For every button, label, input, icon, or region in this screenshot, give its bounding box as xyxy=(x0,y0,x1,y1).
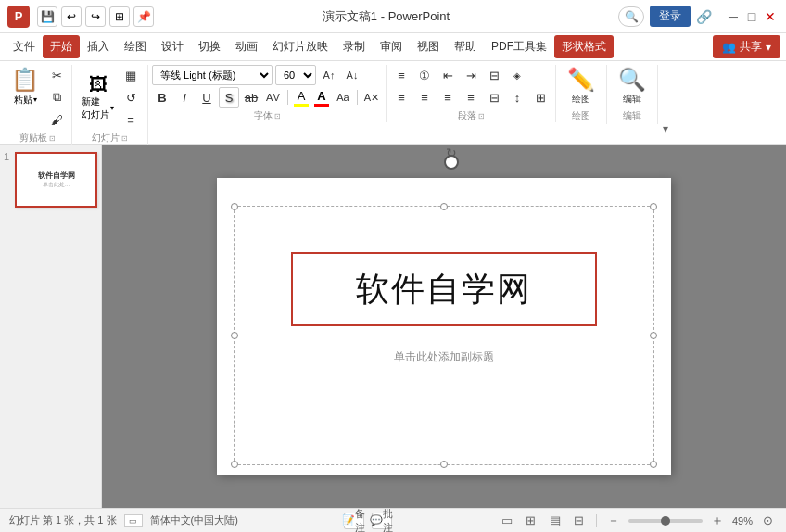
clear-format-button[interactable]: A✕ xyxy=(361,87,382,108)
view-presenter-button[interactable]: ⊟ xyxy=(570,513,589,529)
text-direction-button[interactable]: ⊟ xyxy=(483,65,505,85)
view-normal-button[interactable]: ▭ xyxy=(498,513,516,529)
subtitle-textbox[interactable]: 单击此处添加副标题 xyxy=(291,334,597,380)
notes-button[interactable]: 📝 备注 xyxy=(344,513,364,529)
font-expand-icon[interactable]: ⊡ xyxy=(274,112,281,120)
handle-bot-right[interactable] xyxy=(650,461,657,468)
paste-button[interactable]: 📋 粘贴 ▾ xyxy=(7,65,43,130)
menu-home[interactable]: 开始 xyxy=(43,35,80,58)
underline-button[interactable]: U xyxy=(196,87,217,108)
comments-button[interactable]: 💬 批注 xyxy=(372,513,392,529)
handle-top-left[interactable] xyxy=(231,203,238,210)
menu-design[interactable]: 设计 xyxy=(154,35,191,58)
char-spacing-button[interactable]: AV xyxy=(263,87,284,108)
menu-file[interactable]: 文件 xyxy=(6,35,43,58)
strikethrough-button[interactable]: ab xyxy=(241,87,261,108)
column-layout-button[interactable]: ⊟ xyxy=(483,87,505,108)
clipboard-group: 📋 粘贴 ▾ ✂ ⧉ 🖌 剪贴板 ⊡ xyxy=(6,65,72,146)
italic-button[interactable]: I xyxy=(174,87,195,108)
align-left-button[interactable]: ≡ xyxy=(390,87,412,108)
undo-button[interactable]: ↩ xyxy=(61,6,82,27)
section-button[interactable]: ≡ xyxy=(120,109,142,130)
menu-help[interactable]: 帮助 xyxy=(447,35,484,58)
handle-bot-left[interactable] xyxy=(231,461,238,468)
align-center-button[interactable]: ≡ xyxy=(413,87,436,108)
zoom-thumb xyxy=(661,516,670,526)
menu-review[interactable]: 审阅 xyxy=(373,35,410,58)
zoom-out-button[interactable]: － xyxy=(604,513,623,529)
line-spacing-button[interactable]: ↕ xyxy=(506,87,528,108)
share-dropdown-icon: ▾ xyxy=(766,41,771,54)
layout-button[interactable]: ▦ xyxy=(120,65,142,85)
save-button[interactable]: 💾 xyxy=(37,6,57,27)
clipboard-expand-icon[interactable]: ⊡ xyxy=(49,134,56,143)
handle-mid-left[interactable] xyxy=(231,332,238,339)
menu-transition[interactable]: 切换 xyxy=(191,35,228,58)
align-right-button[interactable]: ≡ xyxy=(437,87,459,108)
paragraph-expand-icon[interactable]: ⊡ xyxy=(478,112,485,120)
status-divider xyxy=(596,514,597,527)
font-color-button[interactable]: A xyxy=(312,88,331,108)
ribbon-expand-button[interactable]: ▾ xyxy=(658,65,673,139)
bold-button[interactable]: B xyxy=(152,87,172,108)
slide-thumb-title: 软件自学网 xyxy=(38,171,75,181)
cut-button[interactable]: ✂ xyxy=(45,65,68,85)
menu-shape-format[interactable]: 形状格式 xyxy=(554,35,614,58)
rotate-handle[interactable]: ↻ xyxy=(444,155,459,170)
handle-bot-mid[interactable] xyxy=(440,461,448,468)
menu-record[interactable]: 录制 xyxy=(336,35,373,58)
highlight-color-button[interactable]: A xyxy=(292,88,311,108)
handle-top-mid[interactable] xyxy=(440,203,448,210)
close-button[interactable]: ✕ xyxy=(762,8,779,25)
bullets-button[interactable]: ≡ xyxy=(390,65,412,85)
font-name-select[interactable]: 等线 Light (标题) xyxy=(152,65,273,85)
decrease-indent-button[interactable]: ⇤ xyxy=(437,65,459,85)
edit-button[interactable]: 🔍 编辑 xyxy=(613,65,652,108)
divider2 xyxy=(357,90,358,105)
shadow-button[interactable]: S xyxy=(219,87,239,108)
zoom-in-button[interactable]: ＋ xyxy=(708,513,727,529)
minimize-button[interactable]: ─ xyxy=(725,8,742,25)
menu-draw[interactable]: 绘图 xyxy=(117,35,154,58)
menu-view[interactable]: 视图 xyxy=(410,35,447,58)
new-slide-button[interactable]: 🖼 新建幻灯片 ▾ xyxy=(78,72,118,123)
decrease-font-button[interactable]: A↓ xyxy=(342,65,362,85)
clipboard-label: 剪贴板 xyxy=(19,132,47,145)
slide-thumb-subtitle: 单击此处... xyxy=(43,181,70,189)
maximize-button[interactable]: □ xyxy=(743,8,760,25)
view-grid-button[interactable]: ⊞ xyxy=(522,513,540,529)
share-button[interactable]: 👥 共享 ▾ xyxy=(713,35,780,58)
justify-button[interactable]: ≡ xyxy=(460,87,482,108)
redo-button[interactable]: ↪ xyxy=(85,6,106,27)
notes-view-btn[interactable]: ▭ xyxy=(124,514,143,527)
increase-indent-button[interactable]: ⇥ xyxy=(460,65,482,85)
handle-top-right[interactable] xyxy=(650,203,657,210)
case-button[interactable]: Aa xyxy=(333,87,353,108)
increase-font-button[interactable]: A↑ xyxy=(319,65,339,85)
canvas-area[interactable]: ↻ 软件自学网 单击此处添加副标题 xyxy=(102,145,786,508)
view-outline-button[interactable]: ▤ xyxy=(546,513,564,529)
pin-btn[interactable]: 📌 xyxy=(133,6,154,27)
reset-button[interactable]: ↺ xyxy=(120,87,142,108)
format-painter-button[interactable]: 🖌 xyxy=(45,109,68,130)
draw-button[interactable]: ✏️ 绘图 xyxy=(562,65,601,108)
zoom-slider[interactable] xyxy=(628,519,703,523)
para-extra-button[interactable]: ⊞ xyxy=(529,87,551,108)
handle-mid-right[interactable] xyxy=(650,332,657,339)
title-textbox[interactable]: 软件自学网 xyxy=(291,252,597,326)
smartart-button[interactable]: ◈ xyxy=(506,65,528,85)
menu-pdf[interactable]: PDF工具集 xyxy=(484,35,554,58)
notes-label: 备注 xyxy=(355,507,365,533)
slides-expand-icon[interactable]: ⊡ xyxy=(121,134,128,143)
slide-thumbnail[interactable]: 软件自学网 单击此处... xyxy=(15,152,97,208)
customize-btn[interactable]: ⊞ xyxy=(109,6,130,27)
login-button[interactable]: 登录 xyxy=(650,6,691,27)
menu-slideshow[interactable]: 幻灯片放映 xyxy=(265,35,336,58)
copy-button[interactable]: ⧉ xyxy=(45,87,68,108)
menu-animation[interactable]: 动画 xyxy=(228,35,265,58)
menu-insert[interactable]: 插入 xyxy=(80,35,117,58)
font-size-select[interactable]: 60 xyxy=(275,65,316,85)
fit-screen-button[interactable]: ⊙ xyxy=(758,513,777,529)
numbering-button[interactable]: ① xyxy=(413,65,436,85)
search-box[interactable]: 🔍 xyxy=(618,6,644,27)
